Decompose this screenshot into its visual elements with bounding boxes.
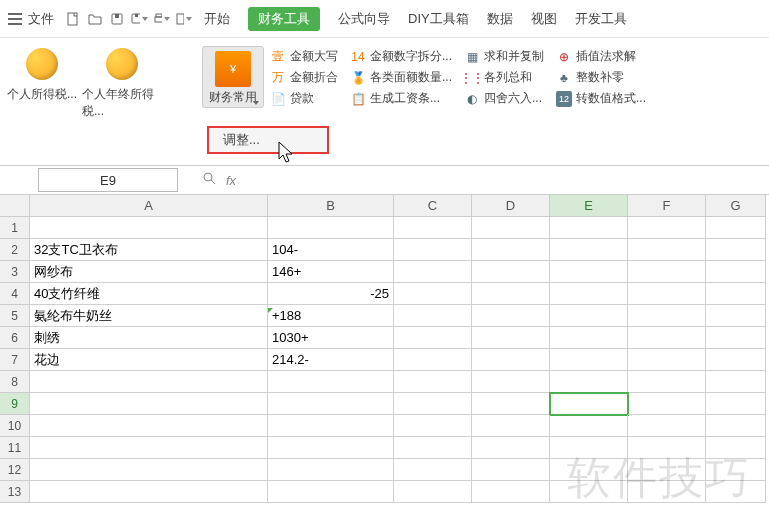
cell[interactable] [268, 393, 394, 415]
tab-finance-tools[interactable]: 财务工具 [248, 7, 320, 31]
cell[interactable] [394, 217, 472, 239]
cell[interactable] [472, 437, 550, 459]
cell-selected[interactable] [550, 393, 628, 415]
cell[interactable] [472, 393, 550, 415]
cell[interactable] [706, 415, 766, 437]
save-icon[interactable] [108, 10, 126, 28]
cell[interactable] [394, 437, 472, 459]
row-header[interactable]: 4 [0, 283, 30, 305]
cell[interactable] [394, 283, 472, 305]
fx-icon[interactable]: fx [226, 173, 236, 188]
amount-upper-item[interactable]: 壹金额大写 [270, 48, 338, 65]
print-icon[interactable] [152, 10, 170, 28]
col-header-F[interactable]: F [628, 195, 706, 217]
col-header-G[interactable]: G [706, 195, 766, 217]
cell[interactable] [706, 217, 766, 239]
cell[interactable] [706, 371, 766, 393]
tab-home[interactable]: 开始 [204, 10, 230, 28]
page-icon[interactable] [174, 10, 192, 28]
cell[interactable] [472, 283, 550, 305]
cell[interactable] [706, 305, 766, 327]
cell[interactable] [472, 261, 550, 283]
cell[interactable] [628, 283, 706, 305]
cell[interactable] [706, 327, 766, 349]
open-folder-icon[interactable] [86, 10, 104, 28]
cell[interactable]: -25 [268, 283, 394, 305]
amount-fold-item[interactable]: 万金额折合 [270, 69, 338, 86]
cell[interactable] [394, 481, 472, 503]
cell[interactable] [706, 459, 766, 481]
finance-common-button[interactable]: ¥ 财务常用 [202, 46, 264, 108]
denomination-item[interactable]: 🏅各类面额数量... [350, 69, 452, 86]
cell[interactable] [706, 349, 766, 371]
cell[interactable] [394, 261, 472, 283]
tab-diy-toolbox[interactable]: DIY工具箱 [408, 10, 469, 28]
cell[interactable] [472, 459, 550, 481]
cell[interactable] [550, 371, 628, 393]
cell[interactable] [472, 327, 550, 349]
cell[interactable] [472, 305, 550, 327]
personal-tax-button[interactable]: 个人所得税... [2, 44, 82, 103]
new-doc-icon[interactable] [64, 10, 82, 28]
cell[interactable] [706, 393, 766, 415]
col-header-D[interactable]: D [472, 195, 550, 217]
cell[interactable]: 214.2- [268, 349, 394, 371]
cell[interactable] [706, 437, 766, 459]
file-menu[interactable]: 文件 [28, 10, 54, 28]
row-header[interactable]: 6 [0, 327, 30, 349]
cell[interactable] [268, 437, 394, 459]
row-header[interactable]: 2 [0, 239, 30, 261]
hamburger-menu[interactable] [8, 13, 22, 25]
cell[interactable] [628, 305, 706, 327]
col-header-C[interactable]: C [394, 195, 472, 217]
cell[interactable] [550, 305, 628, 327]
cell[interactable] [628, 371, 706, 393]
col-sum-item[interactable]: ⋮⋮各列总和 [464, 69, 544, 86]
dropdown-adjust-item[interactable]: 调整... [207, 126, 329, 154]
cell[interactable]: 104- [268, 239, 394, 261]
annual-tax-button[interactable]: 个人年终所得税... [82, 44, 162, 120]
cell[interactable] [394, 371, 472, 393]
zoom-sheet-icon[interactable] [202, 171, 218, 190]
digit-split-item[interactable]: 14金额数字拆分... [350, 48, 452, 65]
loan-item[interactable]: 📄贷款 [270, 90, 338, 107]
row-header[interactable]: 8 [0, 371, 30, 393]
tab-data[interactable]: 数据 [487, 10, 513, 28]
cell[interactable]: 40支竹纤维 [30, 283, 268, 305]
cell[interactable] [268, 371, 394, 393]
cell[interactable] [550, 437, 628, 459]
cell[interactable]: 氨纶布牛奶丝 [30, 305, 268, 327]
cell[interactable] [706, 481, 766, 503]
cell[interactable] [268, 481, 394, 503]
cell[interactable] [30, 393, 268, 415]
row-header[interactable]: 11 [0, 437, 30, 459]
name-box[interactable]: E9 [38, 168, 178, 192]
cell[interactable]: 网纱布 [30, 261, 268, 283]
cell[interactable] [628, 415, 706, 437]
round-in-item[interactable]: ◐四舍六入... [464, 90, 544, 107]
insert-solve-item[interactable]: ⊕插值法求解 [556, 48, 646, 65]
cell[interactable] [550, 217, 628, 239]
cell[interactable] [706, 283, 766, 305]
col-header-E[interactable]: E [550, 195, 628, 217]
cell[interactable] [628, 393, 706, 415]
cell[interactable] [30, 371, 268, 393]
cell[interactable] [30, 459, 268, 481]
cell[interactable] [30, 437, 268, 459]
cell[interactable]: 32支TC卫衣布 [30, 239, 268, 261]
cell[interactable] [550, 415, 628, 437]
row-header[interactable]: 9 [0, 393, 30, 415]
cell[interactable]: 146+ [268, 261, 394, 283]
cell[interactable] [30, 481, 268, 503]
cell[interactable] [472, 415, 550, 437]
cell[interactable] [628, 437, 706, 459]
cell[interactable] [30, 415, 268, 437]
num-format-item[interactable]: 12转数值格式... [556, 90, 646, 107]
row-header[interactable]: 13 [0, 481, 30, 503]
save-as-icon[interactable] [130, 10, 148, 28]
payslip-item[interactable]: 📋生成工资条... [350, 90, 452, 107]
cell[interactable] [394, 415, 472, 437]
cell[interactable] [394, 349, 472, 371]
cell[interactable] [550, 349, 628, 371]
cell[interactable] [394, 305, 472, 327]
